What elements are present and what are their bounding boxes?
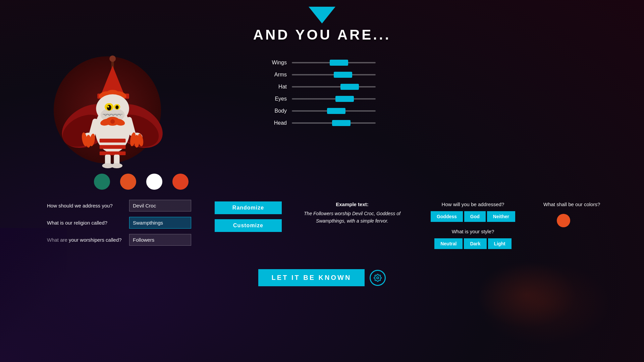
- bottom-section: How should we address you? What is our r…: [0, 196, 644, 259]
- svg-point-1: [109, 56, 116, 62]
- form-row-worshipers: What are your worshipers called?: [47, 234, 195, 246]
- option-goddess[interactable]: Goddess: [431, 211, 463, 222]
- slider-thumb-body[interactable]: [327, 108, 345, 114]
- form-label-worshipers: What are your worshipers called?: [47, 237, 124, 243]
- bottom-button-area: LET IT BE KNOWN: [0, 269, 644, 286]
- form-label-religion: What is our religion called?: [47, 220, 124, 226]
- addressing-question: How will you be addressed?: [423, 201, 523, 207]
- let-it-be-known-button[interactable]: LET IT BE KNOWN: [258, 269, 365, 286]
- svg-rect-12: [100, 139, 126, 142]
- option-neutral[interactable]: Neutral: [434, 238, 463, 249]
- swatch-red[interactable]: [172, 174, 189, 190]
- addressing-section: How will you be addressed? Goddess God N…: [423, 200, 523, 256]
- slider-track-eyes[interactable]: [292, 98, 376, 100]
- slider-thumb-wings[interactable]: [330, 60, 348, 66]
- example-text: The Followers worship Devil Croc, Goddes…: [302, 210, 402, 225]
- slider-row-body: Body: [268, 108, 396, 114]
- example-section: Example text: The Followers worship Devi…: [302, 200, 402, 225]
- example-label: Example text:: [302, 201, 402, 207]
- slider-track-arms[interactable]: [292, 74, 376, 75]
- svg-point-26: [115, 105, 118, 109]
- slider-thumb-arms[interactable]: [334, 72, 352, 78]
- svg-point-23: [107, 105, 111, 110]
- slider-thumb-head[interactable]: [332, 120, 351, 126]
- sliders-section: Wings Arms Hat Eyes: [268, 60, 396, 132]
- slider-track-body[interactable]: [292, 110, 376, 112]
- slider-row-wings: Wings: [268, 60, 396, 66]
- character-image: [47, 53, 174, 174]
- slider-row-eyes: Eyes: [268, 96, 396, 102]
- slider-thumb-hat[interactable]: [340, 84, 359, 90]
- swatch-teal[interactable]: [94, 174, 110, 190]
- svg-rect-13: [100, 145, 126, 149]
- form-row-religion: What is our religion called?: [47, 217, 195, 229]
- slider-row-head: Head: [268, 120, 396, 126]
- character-container: [47, 53, 174, 167]
- main-area: Wings Arms Hat Eyes: [0, 43, 644, 196]
- slider-track-wings[interactable]: [292, 62, 376, 63]
- buttons-section: Randomize Customize: [215, 200, 282, 232]
- triangle-icon: [309, 7, 335, 23]
- option-neither[interactable]: Neither: [487, 211, 515, 222]
- gear-icon: [374, 274, 382, 282]
- svg-point-41: [377, 277, 379, 279]
- svg-point-40: [111, 163, 122, 168]
- page-title: AND YOU ARE...: [0, 27, 644, 43]
- svg-point-24: [107, 106, 109, 108]
- slider-label-arms: Arms: [268, 72, 287, 78]
- slider-thumb-eyes[interactable]: [335, 96, 354, 102]
- slider-track-hat[interactable]: [292, 86, 376, 87]
- swatch-orange[interactable]: [120, 174, 136, 190]
- gear-button[interactable]: [370, 270, 386, 286]
- form-row-name: How should we address you?: [47, 200, 195, 212]
- colors-question: What shall be our colors?: [543, 201, 610, 207]
- customize-button[interactable]: Customize: [215, 219, 282, 232]
- slider-label-head: Head: [268, 120, 287, 126]
- style-options: Neutral Dark Light: [423, 238, 523, 249]
- svg-point-30: [110, 119, 115, 124]
- option-god[interactable]: God: [464, 211, 486, 222]
- option-light[interactable]: Light: [488, 238, 512, 249]
- slider-label-body: Body: [268, 108, 287, 114]
- slider-label-eyes: Eyes: [268, 96, 287, 102]
- character-section: [27, 50, 262, 190]
- color-picker-current[interactable]: [557, 214, 570, 227]
- slider-track-head[interactable]: [292, 122, 376, 124]
- color-swatches-row: [94, 174, 262, 190]
- slider-label-wings: Wings: [268, 60, 287, 66]
- slider-row-hat: Hat: [268, 84, 396, 90]
- page-header: AND YOU ARE...: [0, 0, 644, 43]
- form-section: How should we address you? What is our r…: [47, 200, 195, 251]
- religion-input[interactable]: [129, 217, 191, 229]
- slider-row-arms: Arms: [268, 72, 396, 78]
- randomize-button[interactable]: Randomize: [215, 201, 282, 214]
- swatch-white[interactable]: [146, 174, 162, 190]
- colors-section: What shall be our colors?: [543, 200, 610, 227]
- form-label-name: How should we address you?: [47, 203, 124, 208]
- slider-label-hat: Hat: [268, 84, 287, 90]
- addressing-options: Goddess God Neither: [423, 211, 523, 222]
- worshipers-input[interactable]: [129, 234, 191, 246]
- svg-rect-14: [100, 152, 126, 155]
- option-dark[interactable]: Dark: [464, 238, 486, 249]
- style-question: What is your style?: [423, 229, 523, 234]
- name-input[interactable]: [129, 200, 191, 212]
